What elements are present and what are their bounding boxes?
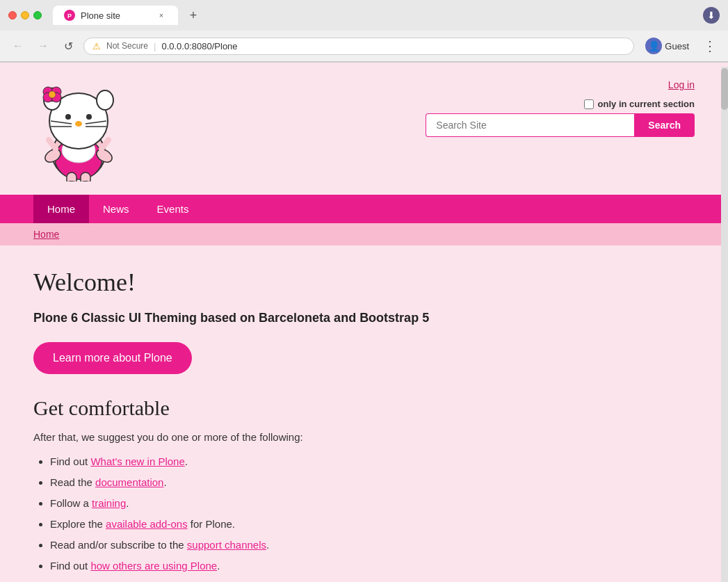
svg-point-16 (75, 121, 82, 127)
site-content: Welcome! Plone 6 Classic UI Theming base… (0, 245, 728, 582)
browser-controls: ← → ↺ ⚠ Not Secure | 0.0.0.0:8080/Plone … (0, 31, 728, 62)
url-display: 0.0.0.0:8080/Plone (161, 41, 237, 51)
site-navigation: Home News Events (0, 195, 728, 223)
browser-menu-btn[interactable]: ⋮ (700, 36, 720, 56)
svg-point-13 (97, 90, 113, 110)
downloads-icon[interactable]: ⬇ (703, 7, 720, 24)
forward-btn[interactable]: → (33, 36, 53, 56)
svg-line-28 (102, 140, 108, 149)
nav-link-home[interactable]: Home (33, 195, 89, 223)
how-others-using-link[interactable]: how others are using Plone (90, 560, 217, 572)
security-icon: ⚠ (92, 41, 101, 51)
nav-item-events[interactable]: Events (143, 195, 203, 223)
nav-link-news[interactable]: News (89, 195, 143, 223)
available-addons-link[interactable]: available add-ons (106, 518, 188, 530)
svg-text:P: P (67, 13, 72, 19)
svg-point-26 (49, 91, 56, 98)
list-item: Follow a training. (50, 493, 695, 514)
scrollbar-thumb[interactable] (721, 68, 728, 110)
log-in-link[interactable]: Log in (668, 79, 695, 90)
website-content: Log in only in current section Search (0, 63, 728, 582)
svg-rect-8 (81, 172, 90, 181)
search-bar: Search (426, 113, 695, 137)
search-input[interactable] (426, 113, 634, 137)
learn-more-button[interactable]: Learn more about Plone (33, 342, 192, 374)
profile-btn[interactable]: 👤 Guest (640, 35, 695, 57)
back-btn[interactable]: ← (8, 36, 28, 56)
nav-items-list: Home News Events (33, 195, 695, 223)
active-tab[interactable]: P Plone site × (53, 6, 178, 25)
nav-item-news[interactable]: News (89, 195, 143, 223)
scrollbar-track (721, 67, 728, 582)
reload-btn[interactable]: ↺ (58, 36, 78, 56)
page-subtitle: Plone 6 Classic UI Theming based on Barc… (33, 311, 695, 325)
not-secure-label: Not Secure (106, 41, 148, 51)
svg-point-15 (86, 114, 92, 120)
new-tab-btn[interactable]: + (184, 6, 203, 25)
profile-icon: 👤 (645, 38, 662, 54)
documentation-link[interactable]: documentation (95, 476, 163, 488)
list-item: Find out how others are using Plone. (50, 556, 695, 576)
list-item: Explore the available add-ons for Plone. (50, 514, 695, 535)
address-bar[interactable]: ⚠ Not Secure | 0.0.0.0:8080/Plone (83, 38, 634, 55)
list-item: Read and/or subscribe to the support cha… (50, 535, 695, 556)
nav-link-events[interactable]: Events (143, 195, 203, 223)
tab-close-btn[interactable]: × (156, 10, 167, 21)
url-separator: | (154, 41, 156, 51)
nav-item-home[interactable]: Home (33, 195, 89, 223)
tab-favicon: P (64, 10, 75, 21)
minimize-button[interactable] (21, 11, 29, 19)
training-link[interactable]: training (92, 497, 126, 509)
site-header: Log in only in current section Search (0, 63, 728, 195)
close-button[interactable] (8, 11, 17, 19)
search-area: only in current section Search (426, 99, 695, 137)
svg-rect-7 (67, 172, 76, 181)
whats-new-link[interactable]: What's new in Plone (90, 455, 184, 467)
search-button[interactable]: Search (634, 113, 695, 137)
breadcrumb: Home (0, 223, 728, 245)
profile-label: Guest (665, 41, 689, 51)
list-item: Read the documentation. (50, 472, 695, 493)
only-current-section-label: only in current section (584, 99, 695, 109)
only-current-section-checkbox[interactable] (584, 99, 594, 109)
suggestions-list: Find out What's new in Plone. Read the d… (33, 451, 695, 576)
support-channels-link[interactable]: support channels (187, 539, 266, 551)
traffic-lights (8, 11, 42, 19)
svg-point-14 (65, 114, 71, 120)
maximize-button[interactable] (33, 11, 42, 19)
site-logo (33, 74, 124, 184)
header-right: Log in only in current section Search (426, 74, 695, 137)
page-title: Welcome! (33, 268, 695, 297)
tab-title: Plone site (81, 10, 120, 21)
breadcrumb-home[interactable]: Home (33, 229, 59, 240)
list-item: Find out What's new in Plone. (50, 451, 695, 472)
get-comfortable-heading: Get comfortable (33, 396, 695, 420)
svg-line-27 (49, 140, 56, 149)
suggestions-intro: After that, we suggest you do one or mor… (33, 431, 695, 443)
tab-bar: P Plone site × + (53, 6, 697, 25)
